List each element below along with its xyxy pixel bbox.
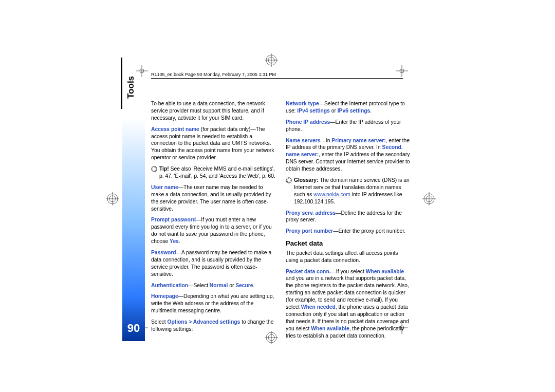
options-advanced-settings: Options > Advanced settings bbox=[167, 319, 240, 325]
tip-text: See also 'Receive MMS and e-mail setting… bbox=[159, 166, 275, 179]
right-column: Network type—Select the Internet protoco… bbox=[286, 100, 411, 343]
when-available-2: When available bbox=[311, 326, 349, 331]
registration-mark-top bbox=[265, 53, 278, 67]
proxy-port-label: Proxy port number bbox=[286, 228, 333, 234]
tip-label: Tip! bbox=[159, 166, 169, 172]
crop-mark-top-left bbox=[136, 65, 148, 77]
header-text: R1105_en.book Page 90 Monday, February 7… bbox=[151, 72, 276, 77]
authentication-label: Authentication bbox=[151, 283, 188, 288]
user-name-paragraph: User name—The user name may be needed to… bbox=[151, 184, 276, 213]
name-servers-paragraph: Name servers—In Primary name server:, en… bbox=[286, 137, 411, 173]
prompt-password-yes: Yes bbox=[170, 238, 179, 244]
svg-line-42 bbox=[287, 179, 288, 179]
packet-data-heading: Packet data bbox=[286, 239, 411, 248]
select-options-paragraph: Select Options > Advanced settings to ch… bbox=[151, 319, 276, 333]
nokia-link[interactable]: www.nokia.com bbox=[313, 192, 350, 197]
name-servers-label: Name servers bbox=[286, 138, 321, 143]
page-header: R1105_en.book Page 90 Monday, February 7… bbox=[151, 72, 403, 79]
auth-normal: Normal bbox=[210, 283, 228, 288]
svg-line-35 bbox=[153, 170, 153, 171]
proxy-serv-paragraph: Proxy serv. address—Define the address f… bbox=[286, 210, 411, 224]
prompt-password-label: Prompt password bbox=[151, 217, 196, 222]
authentication-paragraph: Authentication—Select Normal or Secure. bbox=[151, 282, 276, 289]
registration-mark-left bbox=[106, 192, 119, 206]
auth-secure: Secure bbox=[235, 283, 253, 288]
side-tab-tools: Tools bbox=[126, 73, 136, 99]
svg-line-34 bbox=[155, 170, 156, 171]
packet-data-conn-paragraph: Packet data conn.—If you select When ava… bbox=[286, 268, 411, 340]
tip-icon bbox=[151, 166, 157, 172]
access-point-name-paragraph: Access point name (for packet data only)… bbox=[151, 126, 276, 161]
homepage-label: Homepage bbox=[151, 293, 178, 299]
svg-line-45 bbox=[290, 179, 290, 179]
password-paragraph: Password—A password may be needed to mak… bbox=[151, 249, 276, 278]
registration-mark-right bbox=[422, 192, 436, 206]
ipv4-settings: IPv4 settings bbox=[297, 108, 330, 114]
network-type-paragraph: Network type—Select the Internet protoco… bbox=[286, 100, 411, 115]
packet-data-conn-label: Packet data conn. bbox=[286, 269, 331, 274]
svg-line-43 bbox=[290, 181, 290, 182]
tip-paragraph: Tip! See also 'Receive MMS and e-mail se… bbox=[151, 165, 276, 180]
glossary-label: Glossary: bbox=[294, 177, 319, 183]
packet-data-intro: The packet data settings affect all acce… bbox=[286, 250, 411, 264]
content-area: To be able to use a data connection, the… bbox=[151, 100, 411, 343]
proxy-port-paragraph: Proxy port number—Enter the proxy port n… bbox=[286, 228, 411, 235]
phone-ip-paragraph: Phone IP address—Enter the IP address of… bbox=[286, 119, 411, 133]
glossary-paragraph: Glossary: The domain name service (DNS) … bbox=[286, 177, 411, 206]
user-name-label: User name bbox=[151, 184, 178, 190]
proxy-serv-label: Proxy serv. address bbox=[286, 210, 336, 216]
homepage-paragraph: Homepage—Depending on what you are setti… bbox=[151, 293, 276, 314]
when-available: When available bbox=[366, 269, 404, 274]
phone-ip-label: Phone IP address bbox=[286, 119, 330, 125]
prompt-password-paragraph: Prompt password—If you must enter a new … bbox=[151, 216, 276, 245]
ipv6-settings: IPv6 settings bbox=[338, 108, 371, 114]
primary-name-server: Primary name server: bbox=[331, 138, 385, 143]
network-type-label: Network type bbox=[286, 101, 319, 106]
svg-line-44 bbox=[287, 181, 288, 182]
svg-line-33 bbox=[153, 167, 153, 168]
glossary-icon bbox=[286, 177, 292, 183]
access-point-name-label: Access point name bbox=[151, 126, 199, 132]
password-label: Password bbox=[151, 250, 176, 255]
header-rule bbox=[151, 78, 403, 79]
left-column: To be able to use a data connection, the… bbox=[151, 100, 276, 343]
when-needed: When needed bbox=[301, 304, 336, 310]
intro-paragraph: To be able to use a data connection, the… bbox=[151, 100, 276, 122]
page-number-block: 90 bbox=[122, 118, 145, 341]
page-number: 90 bbox=[122, 322, 145, 335]
svg-line-36 bbox=[155, 167, 156, 168]
